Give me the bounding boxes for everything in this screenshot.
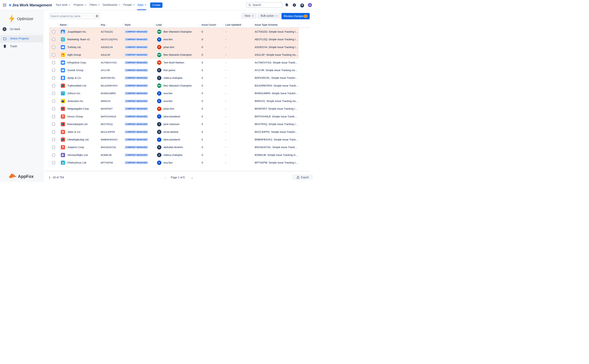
svg-text:?: ? bbox=[294, 4, 295, 6]
